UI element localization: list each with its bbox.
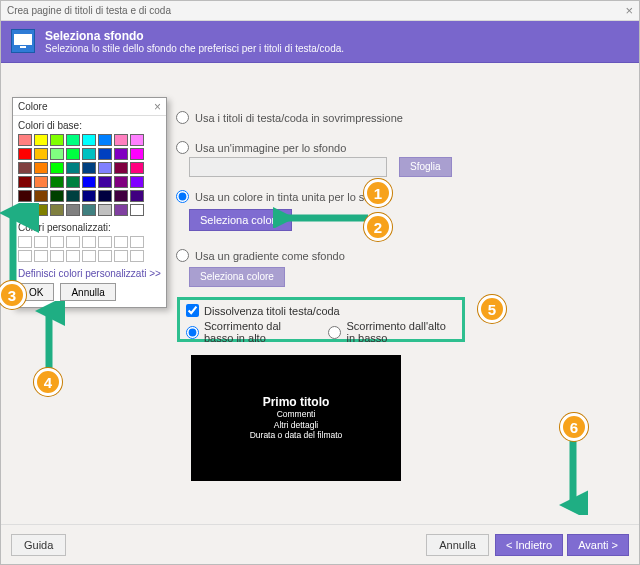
radio-gradient[interactable]	[176, 249, 189, 262]
color-swatch[interactable]	[66, 176, 80, 188]
color-swatch[interactable]	[34, 148, 48, 160]
close-icon[interactable]: ×	[625, 1, 633, 21]
color-swatch[interactable]	[18, 204, 32, 216]
custom-color-slot[interactable]	[82, 250, 96, 262]
color-swatch[interactable]	[66, 162, 80, 174]
option-solid-row: Usa un colore in tinta unita per lo sfon…	[176, 190, 392, 203]
color-swatch[interactable]	[50, 204, 64, 216]
radio-solid-color[interactable]	[176, 190, 189, 203]
custom-color-slot[interactable]	[114, 236, 128, 248]
radio-scroll-bt[interactable]	[186, 326, 199, 339]
label-solid-color: Usa un colore in tinta unita per lo sfon…	[195, 191, 392, 203]
cancel-button[interactable]: Annulla	[426, 534, 489, 556]
color-swatch[interactable]	[98, 162, 112, 174]
custom-color-slot[interactable]	[82, 236, 96, 248]
scroll-row: Scorrimento dal basso in alto Scorriment…	[186, 320, 456, 344]
custom-color-slot[interactable]	[114, 250, 128, 262]
color-swatch[interactable]	[114, 204, 128, 216]
custom-color-slot[interactable]	[34, 236, 48, 248]
radio-scroll-tb[interactable]	[328, 326, 341, 339]
color-swatch[interactable]	[114, 162, 128, 174]
back-button[interactable]: < Indietro	[495, 534, 563, 556]
custom-colors-grid	[18, 236, 161, 262]
custom-color-slot[interactable]	[34, 250, 48, 262]
color-swatch[interactable]	[98, 204, 112, 216]
custom-color-slot[interactable]	[98, 236, 112, 248]
option-overlay-row: Usa i titoli di testa/coda in sovrimpres…	[176, 111, 403, 124]
color-swatch[interactable]	[130, 162, 144, 174]
custom-color-slot[interactable]	[66, 236, 80, 248]
color-swatch[interactable]	[98, 134, 112, 146]
dissolve-row: Dissolvenza titoli testa/coda	[186, 304, 456, 317]
radio-overlay[interactable]	[176, 111, 189, 124]
color-swatch[interactable]	[82, 176, 96, 188]
custom-color-slot[interactable]	[18, 236, 32, 248]
dialog-window: Crea pagine di titoli di testa e di coda…	[0, 0, 640, 565]
custom-color-slot[interactable]	[98, 250, 112, 262]
option-image-row: Usa un'immagine per lo sfondo	[176, 141, 346, 154]
color-dialog-body: Colori di base: Colori personalizzati: D…	[13, 116, 166, 307]
color-swatch[interactable]	[34, 134, 48, 146]
window-title: Crea pagine di titoli di testa e di coda	[7, 1, 171, 21]
color-swatch[interactable]	[98, 190, 112, 202]
color-swatch[interactable]	[114, 190, 128, 202]
svg-rect-1	[20, 46, 26, 48]
custom-color-slot[interactable]	[66, 250, 80, 262]
label-scroll-bt: Scorrimento dal basso in alto	[204, 320, 312, 344]
help-button[interactable]: Guida	[11, 534, 66, 556]
color-swatch[interactable]	[98, 176, 112, 188]
color-swatch[interactable]	[130, 190, 144, 202]
color-swatch[interactable]	[50, 148, 64, 160]
color-swatch[interactable]	[18, 176, 32, 188]
color-swatch[interactable]	[82, 148, 96, 160]
color-swatch[interactable]	[66, 190, 80, 202]
header: Seleziona sfondo Seleziona lo stile dell…	[1, 21, 639, 63]
color-swatch[interactable]	[18, 190, 32, 202]
color-swatch[interactable]	[98, 148, 112, 160]
color-swatch[interactable]	[50, 162, 64, 174]
color-swatch[interactable]	[66, 134, 80, 146]
arrow-6	[558, 435, 588, 515]
color-swatch[interactable]	[82, 204, 96, 216]
image-path-row: Sfoglia	[189, 157, 452, 177]
color-swatch[interactable]	[34, 204, 48, 216]
image-path-input[interactable]	[189, 157, 387, 177]
select-color-button[interactable]: Seleziona colore	[189, 209, 292, 231]
color-swatch[interactable]	[82, 162, 96, 174]
color-swatch[interactable]	[130, 134, 144, 146]
color-swatch[interactable]	[130, 176, 144, 188]
custom-colors-label: Colori personalizzati:	[18, 222, 161, 233]
color-swatch[interactable]	[34, 162, 48, 174]
color-swatch[interactable]	[82, 134, 96, 146]
next-button[interactable]: Avanti >	[567, 534, 629, 556]
color-swatch[interactable]	[82, 190, 96, 202]
color-swatch[interactable]	[130, 148, 144, 160]
color-dialog-close-icon[interactable]: ×	[154, 100, 161, 114]
custom-color-slot[interactable]	[50, 236, 64, 248]
color-swatch[interactable]	[50, 176, 64, 188]
color-swatch[interactable]	[66, 204, 80, 216]
color-swatch[interactable]	[18, 148, 32, 160]
color-swatch[interactable]	[114, 134, 128, 146]
color-swatch[interactable]	[114, 176, 128, 188]
custom-color-slot[interactable]	[50, 250, 64, 262]
header-title: Seleziona sfondo	[45, 29, 344, 43]
custom-color-slot[interactable]	[130, 236, 144, 248]
color-swatch[interactable]	[34, 176, 48, 188]
color-swatch[interactable]	[66, 148, 80, 160]
custom-color-slot[interactable]	[130, 250, 144, 262]
radio-image-bg[interactable]	[176, 141, 189, 154]
color-swatch[interactable]	[50, 190, 64, 202]
select-gradient-color-button[interactable]: Seleziona colore	[189, 267, 285, 287]
define-custom-colors-link[interactable]: Definisci colori personalizzati >>	[18, 268, 161, 279]
color-cancel-button[interactable]: Annulla	[60, 283, 115, 301]
custom-color-slot[interactable]	[18, 250, 32, 262]
color-swatch[interactable]	[18, 134, 32, 146]
color-swatch[interactable]	[130, 204, 144, 216]
color-swatch[interactable]	[34, 190, 48, 202]
checkbox-dissolve[interactable]	[186, 304, 199, 317]
color-swatch[interactable]	[18, 162, 32, 174]
color-swatch[interactable]	[50, 134, 64, 146]
color-swatch[interactable]	[114, 148, 128, 160]
browse-button[interactable]: Sfoglia	[399, 157, 452, 177]
